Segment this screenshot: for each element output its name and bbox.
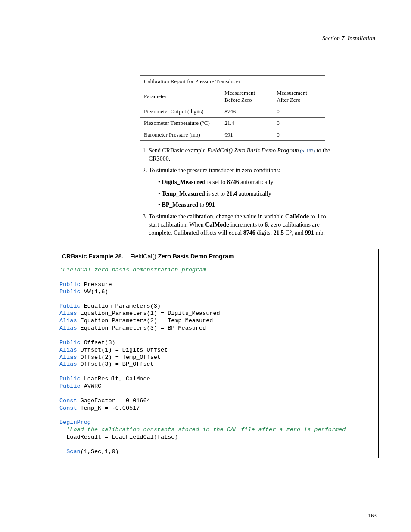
list-item: To simulate the calibration, change the … [149, 213, 331, 237]
main-content: Calibration Report for Pressure Transduc… [140, 75, 331, 237]
list-item: Digits_Measured is set to 8746 automatic… [158, 178, 331, 187]
code-example-title: CRBasic Example 28. FieldCal() Zero Basi… [56, 249, 378, 264]
col-header-parameter: Parameter [140, 87, 221, 106]
calibration-report-table: Calibration Report for Pressure Transduc… [140, 75, 325, 141]
list-item: Temp_Measured is set to 21.4 automatical… [158, 190, 331, 198]
code-body: 'FieldCal zero basis demonstration progr… [56, 264, 378, 458]
instructions-list: Send CRBasic example FieldCal() Zero Bas… [140, 147, 331, 237]
col-header-before: MeasurementBefore Zero [221, 87, 273, 106]
page-number: 163 [368, 512, 377, 519]
list-item: BP_Measured to 991 [158, 201, 331, 209]
page-link[interactable]: (p. 163) [299, 148, 315, 153]
list-item: To simulate the pressure transducer in z… [149, 167, 331, 210]
col-header-after: MeasurementAfter Zero [273, 87, 325, 106]
list-item: Send CRBasic example FieldCal() Zero Bas… [149, 147, 331, 163]
code-example-box: CRBasic Example 28. FieldCal() Zero Basi… [56, 249, 379, 458]
table-caption: Calibration Report for Pressure Transduc… [140, 76, 325, 87]
table-row: Barometer Pressure (mb) 991 0 [140, 129, 325, 141]
page: Section 7. Installation Calibration Repo… [0, 0, 411, 476]
table-row: Piezometer Output (digits) 8746 0 [140, 106, 325, 118]
header-rule [32, 45, 379, 45]
section-header: Section 7. Installation [32, 35, 379, 42]
table-row: Piezometer Temperature (°C) 21.4 0 [140, 118, 325, 129]
sub-list: Digits_Measured is set to 8746 automatic… [149, 178, 331, 210]
